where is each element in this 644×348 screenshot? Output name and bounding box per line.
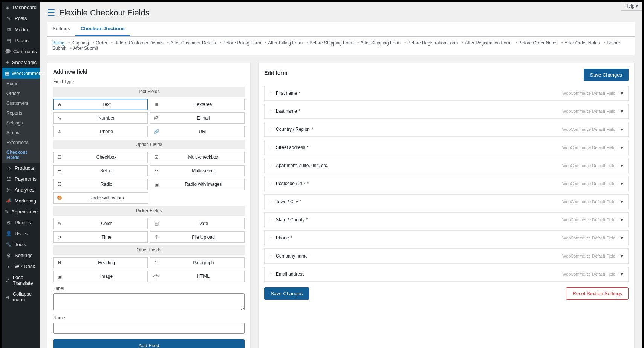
type-date[interactable]: ▦Date (150, 218, 245, 229)
type-number[interactable]: ¹₉Number (53, 112, 148, 124)
field-row[interactable]: ↕Postcode / ZIP *WooCommerce Default Fie… (264, 176, 629, 191)
drag-handle-icon[interactable]: ↕ (270, 235, 272, 241)
subtab-link[interactable]: After Registration Form (465, 40, 511, 46)
sidebar-item[interactable]: ▸WP Desk (2, 261, 40, 272)
type-text[interactable]: AText (53, 99, 148, 110)
subtab-link[interactable]: Before Order Notes (519, 40, 558, 46)
tab[interactable]: Settings (47, 22, 75, 36)
sidebar-item-woocommerce[interactable]: ▦ WooCommerce (2, 68, 40, 79)
type-phone[interactable]: ✆Phone (53, 126, 148, 137)
field-row[interactable]: ↕Company nameWooCommerce Default Field▾ (264, 248, 629, 264)
field-row[interactable]: ↕Last name *WooCommerce Default Field▾ (264, 104, 629, 119)
drag-handle-icon[interactable]: ↕ (270, 199, 272, 204)
field-row[interactable]: ↕State / County *WooCommerce Default Fie… (264, 212, 629, 227)
subtab-link[interactable]: After Submit (73, 46, 98, 51)
chevron-down-icon[interactable]: ▾ (621, 199, 623, 204)
type-radio[interactable]: ☷Radio (53, 179, 148, 190)
sidebar-item[interactable]: ⫸Analytics (2, 184, 40, 195)
subtab-link[interactable]: Before Shipping Form (309, 40, 353, 46)
drag-handle-icon[interactable]: ↕ (270, 145, 272, 150)
type-radio-images[interactable]: ▣Radio with images (150, 179, 245, 190)
chevron-down-icon[interactable]: ▾ (621, 109, 623, 114)
type-time[interactable]: ◔Time (53, 231, 148, 243)
chevron-down-icon[interactable]: ▾ (621, 235, 623, 241)
chevron-down-icon[interactable]: ▾ (621, 181, 623, 186)
sidebar-subitem[interactable]: Customers (2, 98, 40, 108)
sidebar-item[interactable]: ◈Dashboard (2, 2, 40, 13)
sidebar-item[interactable]: ✦ShopMagic (2, 57, 40, 68)
drag-handle-icon[interactable]: ↕ (270, 271, 272, 277)
name-input[interactable] (53, 323, 245, 334)
type-url[interactable]: 🔗URL (150, 126, 245, 137)
subtab-link[interactable]: Before Customer Details (114, 40, 164, 46)
field-row[interactable]: ↕Apartment, suite, unit, etc.WooCommerce… (264, 158, 629, 173)
type-radio-colors[interactable]: 🎨Radio with colors (53, 192, 148, 204)
drag-handle-icon[interactable]: ↕ (270, 127, 272, 132)
drag-handle-icon[interactable]: ↕ (270, 163, 272, 168)
subtab-link[interactable]: After Order Notes (564, 40, 600, 46)
field-row[interactable]: ↕Town / City *WooCommerce Default Field▾ (264, 194, 629, 209)
type-multicheckbox[interactable]: ☑Multi-checkbox (150, 152, 245, 163)
drag-handle-icon[interactable]: ↕ (270, 109, 272, 114)
type-multiselect[interactable]: ☶Multi-select (150, 165, 245, 176)
sidebar-subitem[interactable]: Settings (2, 118, 40, 128)
sidebar-item[interactable]: ✎Appearance (2, 206, 40, 217)
chevron-down-icon[interactable]: ▾ (621, 253, 623, 259)
sidebar-item[interactable]: ☳Payments (2, 173, 40, 184)
sidebar-item[interactable]: 🔧Tools (2, 239, 40, 250)
sidebar-subitem[interactable]: Extensions (2, 138, 40, 147)
sidebar-item[interactable]: ⤢Loco Translate (2, 272, 40, 288)
type-email[interactable]: @E-mail (150, 112, 245, 124)
sidebar-subitem[interactable]: Orders (2, 89, 40, 98)
label-input[interactable] (53, 293, 245, 310)
sidebar-item[interactable]: ◇Products (2, 163, 40, 173)
reset-section-button[interactable]: Reset Section Settings (566, 287, 629, 300)
help-tab[interactable]: Help ▾ (621, 2, 642, 11)
field-row[interactable]: ↕Country / Region *WooCommerce Default F… (264, 122, 629, 137)
save-changes-bottom-button[interactable]: Save Changes (264, 287, 309, 300)
sidebar-subitem[interactable]: Reports (2, 108, 40, 118)
sidebar-item[interactable]: 👤Users (2, 228, 40, 239)
field-row[interactable]: ↕First name *WooCommerce Default Field▾ (264, 86, 629, 101)
chevron-down-icon[interactable]: ▾ (621, 163, 623, 168)
drag-handle-icon[interactable]: ↕ (270, 253, 272, 259)
drag-handle-icon[interactable]: ↕ (270, 217, 272, 222)
sidebar-item[interactable]: ✎Posts (2, 13, 40, 24)
type-file[interactable]: ⤒File Upload (150, 231, 245, 243)
chevron-down-icon[interactable]: ▾ (621, 127, 623, 132)
drag-handle-icon[interactable]: ↕ (270, 181, 272, 186)
sidebar-subitem[interactable]: Checkout Fields (2, 147, 40, 163)
add-field-button[interactable]: Add Field (53, 339, 245, 348)
field-row[interactable]: ↕Street address *WooCommerce Default Fie… (264, 140, 629, 155)
subtab-link[interactable]: After Shipping Form (360, 40, 401, 46)
sidebar-item[interactable]: ◀Collapse menu (2, 288, 40, 305)
type-image[interactable]: ▣Image (53, 271, 148, 282)
sidebar-subitem[interactable]: Home (2, 79, 40, 89)
subtab-link[interactable]: Before Registration Form (407, 40, 458, 46)
chevron-down-icon[interactable]: ▾ (621, 145, 623, 150)
subtab-link[interactable]: After Customer Details (170, 40, 216, 46)
subtab-link[interactable]: Shipping (71, 40, 89, 46)
sidebar-subitem[interactable]: Status (2, 128, 40, 138)
chevron-down-icon[interactable]: ▾ (621, 90, 623, 96)
sidebar-item[interactable]: ⚙Settings (2, 250, 40, 261)
sidebar-item[interactable]: 💬Comments (2, 46, 40, 57)
field-row[interactable]: ↕Email addressWooCommerce Default Field▾ (264, 267, 629, 282)
subtab-link[interactable]: Before Billing Form (223, 40, 261, 46)
subtab-link[interactable]: Order (96, 40, 107, 46)
subtab-link[interactable]: After Billing Form (268, 40, 303, 46)
sidebar-item[interactable]: ▤Pages (2, 35, 40, 46)
sidebar-item[interactable]: ⧉Media (2, 24, 40, 35)
drag-handle-icon[interactable]: ↕ (270, 90, 272, 96)
subtab-link[interactable]: Billing (52, 40, 64, 46)
tab[interactable]: Checkout Sections (75, 22, 130, 36)
chevron-down-icon[interactable]: ▾ (621, 217, 623, 222)
type-color[interactable]: ✎Color (53, 218, 148, 229)
type-html[interactable]: </>HTML (150, 271, 245, 282)
type-textarea[interactable]: ≡Textarea (150, 99, 245, 110)
field-row[interactable]: ↕Phone *WooCommerce Default Field▾ (264, 230, 629, 245)
type-heading[interactable]: HHeading (53, 257, 148, 268)
type-checkbox[interactable]: ☑Checkbox (53, 152, 148, 163)
chevron-down-icon[interactable]: ▾ (621, 271, 623, 277)
type-paragraph[interactable]: ¶Paragraph (150, 257, 245, 268)
